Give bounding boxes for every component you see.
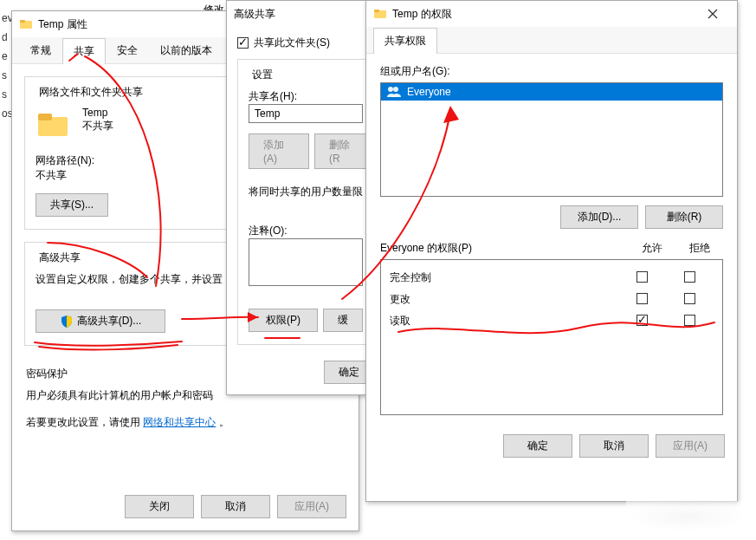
- window-title: Temp 的权限: [392, 7, 695, 22]
- folder-icon: [19, 17, 33, 31]
- share-folder-checkbox[interactable]: 共享此文件夹(S): [237, 36, 374, 50]
- permissions-button[interactable]: 权限(P): [249, 309, 318, 332]
- tab-general[interactable]: 常规: [19, 37, 62, 63]
- folder-icon: [373, 7, 387, 21]
- allow-checkbox[interactable]: [636, 315, 648, 326]
- share-button[interactable]: 共享(S)...: [36, 193, 108, 217]
- bg-smudge: [626, 501, 747, 531]
- svg-rect-5: [374, 10, 379, 12]
- users-listbox[interactable]: Everyone: [380, 82, 723, 197]
- perm-for-label: Everyone 的权限(P): [380, 241, 628, 256]
- close-button[interactable]: 关闭: [125, 495, 194, 518]
- group-icon: [386, 86, 402, 98]
- titlebar[interactable]: 高级共享: [227, 1, 384, 27]
- close-icon: [708, 9, 718, 19]
- window-title: 高级共享: [234, 7, 378, 22]
- cache-button[interactable]: 缓: [323, 309, 363, 332]
- perm-label: 读取: [390, 314, 618, 329]
- deny-checkbox[interactable]: [684, 293, 695, 304]
- svg-rect-1: [20, 20, 25, 23]
- deny-checkbox[interactable]: [684, 271, 695, 283]
- remove-user-button[interactable]: 删除(R): [645, 205, 723, 229]
- cancel-button[interactable]: 取消: [201, 495, 270, 518]
- list-item[interactable]: Everyone: [381, 83, 722, 101]
- shield-icon: [60, 315, 74, 329]
- perm-row: 更改: [390, 289, 714, 310]
- tab-share-perms[interactable]: 共享权限: [373, 28, 437, 54]
- deny-checkbox[interactable]: [684, 315, 695, 326]
- perm-row: 完全控制: [390, 267, 714, 289]
- network-center-link[interactable]: 网络和共享中心: [143, 416, 216, 428]
- apply-button[interactable]: 应用(A): [277, 495, 346, 518]
- perm-label: 更改: [390, 292, 618, 307]
- checkbox-icon: [237, 37, 249, 49]
- note-label: 注释(O):: [249, 224, 363, 238]
- btn-label: 高级共享(D)...: [77, 314, 142, 329]
- remove-share-button[interactable]: 删除(R: [314, 133, 366, 169]
- group-title: 网络文件和文件夹共享: [36, 85, 146, 100]
- add-share-button[interactable]: 添加(A): [249, 133, 309, 169]
- folder-icon: [36, 107, 70, 141]
- share-name-label: 共享名(H):: [249, 89, 363, 104]
- cancel-button[interactable]: 取消: [579, 434, 649, 458]
- folder-name: Temp: [82, 107, 113, 119]
- tab-versions[interactable]: 以前的版本: [149, 37, 223, 63]
- tabs: 共享权限: [366, 27, 737, 54]
- close-button[interactable]: [695, 2, 730, 26]
- note-textarea[interactable]: [249, 238, 363, 286]
- group-title: 高级共享: [36, 250, 84, 265]
- titlebar[interactable]: Temp 的权限: [366, 1, 737, 27]
- svg-point-6: [388, 87, 393, 92]
- perm-row: 读取: [390, 310, 714, 332]
- advanced-share-button[interactable]: 高级共享(D)...: [36, 309, 165, 333]
- tab-share[interactable]: 共享: [62, 38, 106, 64]
- allow-checkbox[interactable]: [636, 293, 648, 304]
- share-status: 不共享: [82, 119, 113, 133]
- col-deny: 拒绝: [675, 241, 723, 256]
- svg-rect-3: [38, 114, 52, 120]
- permissions-table: 完全控制更改读取: [380, 259, 723, 415]
- tab-security[interactable]: 安全: [106, 37, 149, 63]
- limit-text: 将同时共享的用户数量限: [249, 185, 363, 199]
- allow-checkbox[interactable]: [636, 271, 648, 283]
- advanced-share-dialog: 高级共享 共享此文件夹(S) 设置 共享名(H): 添加(A) 删除(R 将同时…: [226, 0, 385, 395]
- pw-line2-pre: 若要更改此设置，请使用: [26, 416, 140, 428]
- add-user-button[interactable]: 添加(D)...: [560, 205, 638, 229]
- label: 共享此文件夹(S): [254, 36, 330, 50]
- permissions-dialog: Temp 的权限 共享权限 组或用户名(G): Everyone 添加(D)..…: [365, 0, 738, 502]
- apply-button[interactable]: 应用(A): [656, 434, 725, 458]
- share-name-input[interactable]: [249, 104, 363, 123]
- col-allow: 允许: [628, 241, 675, 256]
- groups-label: 组或用户名(G):: [380, 64, 723, 79]
- user-name: Everyone: [407, 86, 451, 98]
- pw-line2-post: 。: [219, 416, 229, 428]
- svg-point-7: [393, 87, 398, 92]
- perm-label: 完全控制: [390, 270, 618, 285]
- ok-button[interactable]: 确定: [503, 434, 572, 458]
- group-title: 设置: [249, 68, 276, 82]
